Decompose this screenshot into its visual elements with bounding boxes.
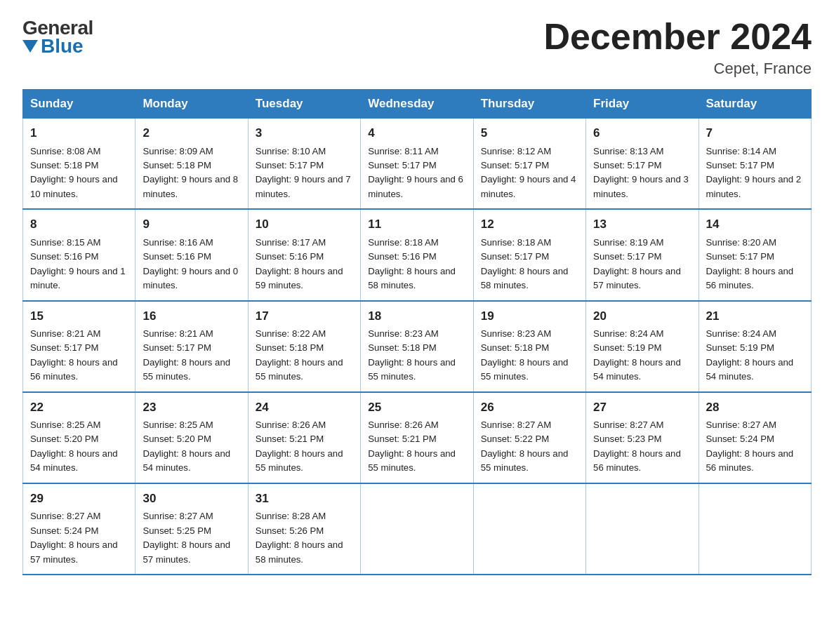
day-info: Sunrise: 8:09 AMSunset: 5:18 PMDaylight:…: [143, 145, 240, 202]
calendar-cell: 6Sunrise: 8:13 AMSunset: 5:17 PMDaylight…: [586, 119, 699, 210]
calendar-cell: 30Sunrise: 8:27 AMSunset: 5:25 PMDayligh…: [135, 483, 248, 575]
day-number: 3: [256, 124, 353, 142]
day-info: Sunrise: 8:11 AMSunset: 5:17 PMDaylight:…: [368, 145, 465, 202]
calendar-cell: 18Sunrise: 8:23 AMSunset: 5:18 PMDayligh…: [361, 301, 473, 392]
day-number: 23: [143, 398, 240, 417]
calendar-cell: 17Sunrise: 8:22 AMSunset: 5:18 PMDayligh…: [248, 301, 360, 392]
day-number: 26: [481, 398, 578, 417]
calendar-cell: 4Sunrise: 8:11 AMSunset: 5:17 PMDaylight…: [361, 119, 473, 210]
calendar-day-header: Saturday: [699, 90, 811, 119]
day-number: 14: [706, 215, 804, 234]
calendar-table: SundayMondayTuesdayWednesdayThursdayFrid…: [22, 89, 812, 575]
day-number: 1: [30, 124, 128, 142]
day-info: Sunrise: 8:12 AMSunset: 5:17 PMDaylight:…: [481, 145, 578, 202]
day-number: 5: [481, 124, 578, 142]
page-subtitle: Cepet, France: [543, 60, 812, 78]
calendar-cell: 26Sunrise: 8:27 AMSunset: 5:22 PMDayligh…: [473, 392, 585, 483]
calendar-cell: 5Sunrise: 8:12 AMSunset: 5:17 PMDaylight…: [473, 119, 585, 210]
day-number: 11: [368, 215, 465, 234]
day-number: 16: [143, 307, 240, 326]
calendar-cell: 10Sunrise: 8:17 AMSunset: 5:16 PMDayligh…: [248, 209, 360, 300]
calendar-cell: [473, 483, 585, 575]
day-number: 27: [593, 398, 691, 417]
day-info: Sunrise: 8:24 AMSunset: 5:19 PMDaylight:…: [706, 327, 804, 384]
calendar-cell: 24Sunrise: 8:26 AMSunset: 5:21 PMDayligh…: [248, 392, 360, 483]
day-info: Sunrise: 8:26 AMSunset: 5:21 PMDaylight:…: [368, 418, 465, 476]
day-info: Sunrise: 8:15 AMSunset: 5:16 PMDaylight:…: [30, 236, 128, 293]
day-info: Sunrise: 8:08 AMSunset: 5:18 PMDaylight:…: [30, 145, 128, 202]
calendar-cell: 28Sunrise: 8:27 AMSunset: 5:24 PMDayligh…: [699, 392, 811, 483]
calendar-day-header: Thursday: [473, 90, 585, 119]
calendar-cell: 31Sunrise: 8:28 AMSunset: 5:26 PMDayligh…: [248, 483, 360, 575]
calendar-cell: 20Sunrise: 8:24 AMSunset: 5:19 PMDayligh…: [586, 301, 699, 392]
day-number: 15: [30, 307, 128, 326]
calendar-cell: 19Sunrise: 8:23 AMSunset: 5:18 PMDayligh…: [473, 301, 585, 392]
day-info: Sunrise: 8:23 AMSunset: 5:18 PMDaylight:…: [481, 327, 578, 384]
calendar-cell: 15Sunrise: 8:21 AMSunset: 5:17 PMDayligh…: [23, 301, 135, 392]
calendar-cell: 29Sunrise: 8:27 AMSunset: 5:24 PMDayligh…: [23, 483, 135, 575]
calendar-day-header: Monday: [135, 90, 248, 119]
calendar-cell: 3Sunrise: 8:10 AMSunset: 5:17 PMDaylight…: [248, 119, 360, 210]
calendar-cell: 8Sunrise: 8:15 AMSunset: 5:16 PMDaylight…: [23, 209, 135, 300]
day-number: 21: [706, 307, 804, 326]
calendar-day-header: Sunday: [23, 90, 135, 119]
day-number: 2: [143, 124, 240, 142]
calendar-week-row: 1Sunrise: 8:08 AMSunset: 5:18 PMDaylight…: [23, 119, 812, 210]
day-number: 4: [368, 124, 465, 142]
logo-arrow-icon: [22, 40, 38, 53]
day-number: 7: [706, 124, 804, 142]
day-info: Sunrise: 8:27 AMSunset: 5:24 PMDaylight:…: [706, 418, 804, 476]
day-info: Sunrise: 8:26 AMSunset: 5:21 PMDaylight:…: [256, 418, 353, 476]
day-info: Sunrise: 8:27 AMSunset: 5:22 PMDaylight:…: [481, 418, 578, 476]
day-info: Sunrise: 8:28 AMSunset: 5:26 PMDaylight:…: [256, 509, 353, 567]
day-number: 20: [593, 307, 691, 326]
day-number: 19: [481, 307, 578, 326]
logo: General Blue: [22, 17, 93, 58]
calendar-cell: 12Sunrise: 8:18 AMSunset: 5:17 PMDayligh…: [473, 209, 585, 300]
day-info: Sunrise: 8:24 AMSunset: 5:19 PMDaylight:…: [593, 327, 691, 384]
day-info: Sunrise: 8:17 AMSunset: 5:16 PMDaylight:…: [256, 236, 353, 293]
page-title: December 2024: [543, 17, 812, 57]
day-info: Sunrise: 8:21 AMSunset: 5:17 PMDaylight:…: [30, 327, 128, 384]
day-info: Sunrise: 8:19 AMSunset: 5:17 PMDaylight:…: [593, 236, 691, 293]
day-number: 22: [30, 398, 128, 417]
day-number: 30: [143, 490, 240, 508]
day-info: Sunrise: 8:18 AMSunset: 5:17 PMDaylight:…: [481, 236, 578, 293]
calendar-cell: 23Sunrise: 8:25 AMSunset: 5:20 PMDayligh…: [135, 392, 248, 483]
calendar-cell: [361, 483, 473, 575]
day-number: 10: [256, 215, 353, 234]
calendar-week-row: 15Sunrise: 8:21 AMSunset: 5:17 PMDayligh…: [23, 301, 812, 392]
calendar-cell: 2Sunrise: 8:09 AMSunset: 5:18 PMDaylight…: [135, 119, 248, 210]
day-number: 8: [30, 215, 128, 234]
calendar-cell: 11Sunrise: 8:18 AMSunset: 5:16 PMDayligh…: [361, 209, 473, 300]
day-number: 29: [30, 490, 128, 508]
logo-blue-text: Blue: [41, 35, 84, 58]
day-info: Sunrise: 8:20 AMSunset: 5:17 PMDaylight:…: [706, 236, 804, 293]
calendar-cell: 1Sunrise: 8:08 AMSunset: 5:18 PMDaylight…: [23, 119, 135, 210]
day-info: Sunrise: 8:18 AMSunset: 5:16 PMDaylight:…: [368, 236, 465, 293]
day-number: 13: [593, 215, 691, 234]
calendar-header-row: SundayMondayTuesdayWednesdayThursdayFrid…: [23, 90, 812, 119]
day-number: 12: [481, 215, 578, 234]
day-info: Sunrise: 8:27 AMSunset: 5:25 PMDaylight:…: [143, 509, 240, 567]
calendar-day-header: Wednesday: [361, 90, 473, 119]
calendar-week-row: 29Sunrise: 8:27 AMSunset: 5:24 PMDayligh…: [23, 483, 812, 575]
calendar-cell: 22Sunrise: 8:25 AMSunset: 5:20 PMDayligh…: [23, 392, 135, 483]
day-info: Sunrise: 8:23 AMSunset: 5:18 PMDaylight:…: [368, 327, 465, 384]
calendar-cell: 21Sunrise: 8:24 AMSunset: 5:19 PMDayligh…: [699, 301, 811, 392]
calendar-week-row: 22Sunrise: 8:25 AMSunset: 5:20 PMDayligh…: [23, 392, 812, 483]
calendar-cell: 13Sunrise: 8:19 AMSunset: 5:17 PMDayligh…: [586, 209, 699, 300]
day-number: 28: [706, 398, 804, 417]
day-number: 31: [256, 490, 353, 508]
day-number: 24: [256, 398, 353, 417]
calendar-week-row: 8Sunrise: 8:15 AMSunset: 5:16 PMDaylight…: [23, 209, 812, 300]
calendar-cell: 27Sunrise: 8:27 AMSunset: 5:23 PMDayligh…: [586, 392, 699, 483]
day-number: 18: [368, 307, 465, 326]
day-number: 25: [368, 398, 465, 417]
day-info: Sunrise: 8:22 AMSunset: 5:18 PMDaylight:…: [256, 327, 353, 384]
calendar-cell: 7Sunrise: 8:14 AMSunset: 5:17 PMDaylight…: [699, 119, 811, 210]
calendar-cell: 9Sunrise: 8:16 AMSunset: 5:16 PMDaylight…: [135, 209, 248, 300]
day-number: 9: [143, 215, 240, 234]
day-info: Sunrise: 8:27 AMSunset: 5:24 PMDaylight:…: [30, 509, 128, 567]
calendar-day-header: Friday: [586, 90, 699, 119]
